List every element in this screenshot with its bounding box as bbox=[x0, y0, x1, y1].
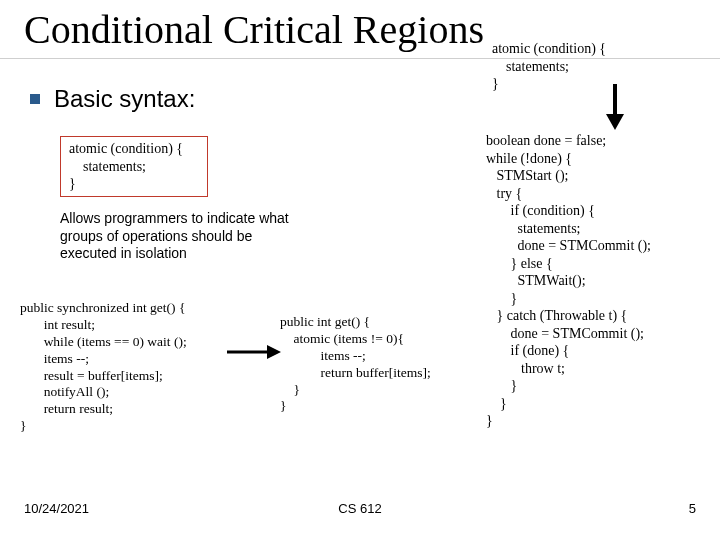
footer-date: 10/24/2021 bbox=[24, 501, 89, 516]
arrow-left-to-mid-icon bbox=[225, 342, 281, 362]
syntax-box: atomic (condition) { statements; } bbox=[60, 136, 208, 197]
code-top-right: atomic (condition) { statements; } bbox=[492, 40, 606, 93]
footer-page-number: 5 bbox=[689, 501, 696, 516]
code-left: public synchronized int get() { int resu… bbox=[20, 300, 250, 435]
bullet-square-icon bbox=[30, 94, 40, 104]
svg-marker-3 bbox=[606, 114, 624, 130]
footer-course: CS 612 bbox=[338, 501, 381, 516]
explain-text: Allows programmers to indicate what grou… bbox=[60, 210, 300, 263]
svg-marker-1 bbox=[267, 345, 281, 359]
arrow-top-to-right-icon bbox=[602, 82, 628, 130]
slide: Conditional Critical Regions Basic synta… bbox=[0, 0, 720, 540]
code-mid: public int get() { atomic (items != 0){ … bbox=[280, 314, 480, 415]
bullet-text: Basic syntax: bbox=[54, 85, 195, 113]
title-underline bbox=[0, 58, 720, 59]
code-right: boolean done = false; while (!done) { ST… bbox=[486, 132, 651, 430]
